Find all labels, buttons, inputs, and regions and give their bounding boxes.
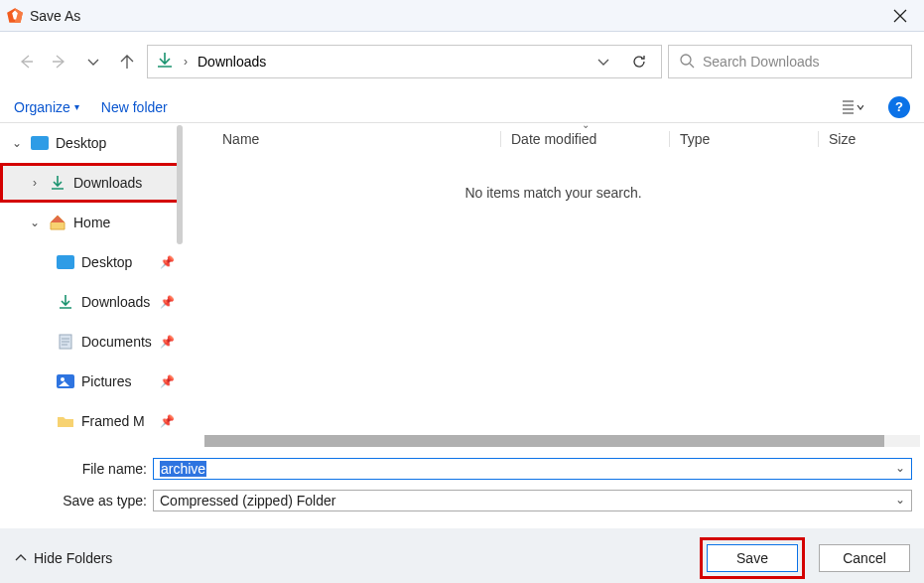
search-box[interactable]: [668, 45, 912, 78]
breadcrumb-current[interactable]: Downloads: [198, 54, 266, 70]
chevron-down-icon[interactable]: ⌄: [895, 493, 905, 507]
tree-label: Home: [73, 215, 110, 230]
desktop-icon: [30, 134, 50, 152]
home-icon: [48, 214, 67, 231]
search-input[interactable]: [703, 54, 901, 70]
title-bar: Save As: [0, 0, 924, 32]
downloads-icon: [156, 52, 174, 73]
tree-label: Pictures: [81, 373, 132, 389]
up-button[interactable]: [113, 48, 141, 75]
breadcrumb[interactable]: › Downloads: [147, 45, 662, 78]
savetype-value: Compressed (zipped) Folder: [160, 493, 335, 509]
pictures-icon: [56, 372, 75, 390]
hide-folders-button[interactable]: Hide Folders: [14, 550, 112, 567]
col-date[interactable]: ⌄Date modified: [500, 131, 669, 147]
tree-child-pictures[interactable]: Pictures 📌: [0, 362, 183, 401]
pin-icon: 📌: [160, 295, 175, 309]
nav-row: › Downloads: [0, 32, 924, 91]
svg-rect-4: [31, 136, 49, 150]
tree-label: Framed M: [81, 413, 145, 429]
filename-label: File name:: [30, 461, 147, 477]
toolbar: Organize▾ New folder ?: [0, 91, 924, 123]
save-fields: File name: archive ⌄ Save as type: Compr…: [0, 447, 924, 528]
folder-icon: [56, 412, 75, 430]
horizontal-scrollbar[interactable]: [204, 435, 920, 447]
folder-tree: ⌄ Desktop › Downloads ⌄ Home Desktop 📌 D…: [0, 123, 183, 447]
downloads-icon: [56, 293, 75, 311]
documents-icon: [56, 333, 75, 351]
tree-label: Downloads: [81, 294, 150, 310]
tree-desktop[interactable]: ⌄ Desktop: [0, 123, 183, 163]
desktop-icon: [56, 253, 75, 271]
tree-label: Desktop: [56, 135, 106, 151]
footer: Hide Folders Save Cancel: [0, 528, 924, 583]
svg-rect-5: [57, 255, 74, 269]
downloads-icon: [48, 174, 67, 192]
recent-dropdown[interactable]: [79, 48, 107, 75]
pin-icon: 📌: [160, 335, 175, 349]
search-icon: [679, 53, 695, 72]
filename-value: archive: [160, 461, 206, 477]
help-button[interactable]: ?: [888, 96, 910, 118]
tree-downloads[interactable]: › Downloads: [0, 163, 183, 203]
chevron-down-icon[interactable]: ⌄: [10, 136, 24, 150]
organize-menu[interactable]: Organize▾: [14, 99, 79, 115]
window-title: Save As: [30, 8, 80, 24]
breadcrumb-dropdown[interactable]: [590, 46, 617, 77]
svg-point-8: [61, 377, 65, 381]
save-highlight: Save: [700, 537, 805, 579]
tree-child-framed[interactable]: Framed M 📌: [0, 401, 183, 441]
refresh-button[interactable]: [625, 46, 653, 77]
tree-label: Downloads: [73, 175, 142, 191]
tree-child-downloads[interactable]: Downloads 📌: [0, 282, 183, 322]
pin-icon: 📌: [160, 255, 175, 269]
tree-label: Desktop: [81, 254, 132, 270]
view-menu[interactable]: [839, 93, 866, 121]
savetype-label: Save as type:: [30, 493, 147, 509]
chevron-down-icon[interactable]: ⌄: [28, 216, 42, 229]
col-type[interactable]: Type: [669, 131, 818, 147]
column-headers[interactable]: Name ⌄Date modified Type Size: [183, 123, 924, 155]
new-folder-button[interactable]: New folder: [101, 99, 168, 115]
save-button[interactable]: Save: [707, 544, 798, 572]
savetype-select[interactable]: Compressed (zipped) Folder ⌄: [153, 490, 912, 511]
pin-icon: 📌: [160, 414, 175, 428]
forward-button[interactable]: [46, 48, 73, 75]
chevron-up-icon: [14, 550, 28, 567]
col-name[interactable]: Name: [193, 131, 500, 147]
pin-icon: 📌: [160, 374, 175, 388]
sort-chevron-icon: ⌄: [582, 119, 590, 130]
chevron-right-icon: ›: [184, 55, 188, 69]
col-size[interactable]: Size: [818, 131, 914, 147]
file-list: Name ⌄Date modified Type Size No items m…: [183, 123, 924, 447]
tree-child-desktop[interactable]: Desktop 📌: [0, 242, 183, 282]
cancel-button[interactable]: Cancel: [819, 544, 910, 572]
tree-label: Documents: [81, 334, 152, 350]
close-button[interactable]: [882, 0, 918, 32]
chevron-right-icon[interactable]: ›: [28, 176, 42, 190]
svg-point-3: [681, 55, 691, 65]
back-button[interactable]: [12, 48, 40, 75]
tree-child-documents[interactable]: Documents 📌: [0, 322, 183, 362]
empty-message: No items match your search.: [183, 185, 924, 201]
chevron-down-icon[interactable]: ⌄: [895, 461, 905, 475]
app-icon: [6, 7, 24, 25]
filename-input[interactable]: archive ⌄: [153, 458, 912, 480]
tree-home[interactable]: ⌄ Home: [0, 203, 183, 242]
